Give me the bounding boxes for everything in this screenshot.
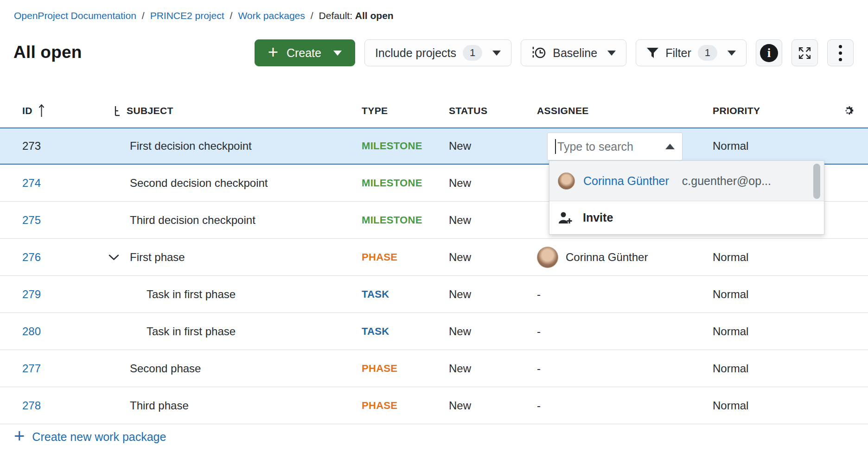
subject-cell[interactable]: Second phase xyxy=(102,362,362,375)
type-cell[interactable]: TASK xyxy=(362,288,449,300)
priority-cell[interactable]: Normal xyxy=(713,140,829,153)
work-packages-page: OpenProject Documentation / PRINCE2 proj… xyxy=(0,0,868,459)
status-cell[interactable]: New xyxy=(449,177,537,190)
work-package-id-link[interactable]: 274 xyxy=(22,177,41,189)
funnel-icon xyxy=(646,47,659,59)
table-row-278[interactable]: 278 Third phase PHASE New - Normal xyxy=(0,387,868,424)
breadcrumb-link-project[interactable]: PRINCE2 project xyxy=(150,10,224,21)
table-row-277[interactable]: 277 Second phase PHASE New - Normal xyxy=(0,350,868,387)
priority-cell[interactable]: Normal xyxy=(713,288,829,301)
column-header-status[interactable]: STATUS xyxy=(449,105,537,116)
status-cell[interactable]: New xyxy=(449,325,537,338)
subject-cell[interactable]: Task in first phase xyxy=(102,325,362,338)
table-row-276[interactable]: 276 First phase PHASE New Corinna Günthe… xyxy=(0,239,868,276)
status-cell[interactable]: New xyxy=(449,251,537,264)
gear-icon xyxy=(842,105,855,117)
work-package-id-link[interactable]: 275 xyxy=(22,214,41,226)
work-package-id-link[interactable]: 279 xyxy=(22,288,41,300)
assignee-cell[interactable]: Corinna Günther xyxy=(537,247,713,268)
avatar xyxy=(558,172,575,190)
invite-option[interactable]: Invite xyxy=(549,201,824,234)
chevron-down-icon xyxy=(492,51,501,56)
type-cell[interactable]: PHASE xyxy=(362,363,449,375)
create-new-work-package-link[interactable]: + Create new work package xyxy=(14,429,166,445)
chevron-down-icon xyxy=(333,51,342,56)
subject-cell[interactable]: Third decision checkpoint xyxy=(102,214,362,227)
include-projects-button[interactable]: Include projects 1 xyxy=(364,39,511,66)
work-package-id-link[interactable]: 277 xyxy=(22,362,41,375)
type-cell[interactable]: PHASE xyxy=(362,400,449,412)
assignee-cell[interactable]: - xyxy=(537,325,713,338)
chevron-down-icon xyxy=(728,51,736,56)
hierarchy-icon xyxy=(114,105,122,116)
info-button[interactable]: i xyxy=(756,39,782,66)
column-header-subject[interactable]: SUBJECT xyxy=(102,105,362,116)
create-button[interactable]: + Create xyxy=(255,39,355,66)
plus-icon: + xyxy=(14,427,25,445)
baseline-button[interactable]: Baseline xyxy=(521,39,626,66)
column-header-id[interactable]: ID xyxy=(0,103,102,119)
assignee-option-email: c.guenther@op... xyxy=(682,174,771,188)
assignee-search-input[interactable]: Type to search xyxy=(547,133,683,160)
breadcrumb-link-work-packages[interactable]: Work packages xyxy=(238,10,305,21)
status-cell[interactable]: New xyxy=(449,288,537,301)
sort-ascending-icon xyxy=(38,103,45,119)
column-header-priority[interactable]: PRIORITY xyxy=(713,105,829,116)
dropdown-scrollbar[interactable] xyxy=(813,164,820,199)
type-cell[interactable]: MILESTONE xyxy=(362,177,449,189)
collapse-children-chevron-icon[interactable] xyxy=(108,254,119,261)
baseline-clock-icon xyxy=(531,45,546,60)
chevron-down-icon xyxy=(607,51,616,56)
column-settings-button[interactable] xyxy=(829,105,868,117)
assignee-cell[interactable]: - xyxy=(537,399,713,412)
filter-button[interactable]: Filter 1 xyxy=(636,39,747,66)
breadcrumb-current: Default: All open xyxy=(319,10,394,21)
status-cell[interactable]: New xyxy=(449,362,537,375)
priority-cell[interactable]: Normal xyxy=(713,362,829,375)
fullscreen-button[interactable] xyxy=(791,39,818,66)
breadcrumb-separator: / xyxy=(311,10,313,21)
assignee-option-name: Corinna Günther xyxy=(583,174,669,188)
type-cell[interactable]: TASK xyxy=(362,325,449,338)
subject-cell[interactable]: Third phase xyxy=(102,399,362,412)
filter-label: Filter xyxy=(665,46,691,60)
assignee-search-placeholder: Type to search xyxy=(557,140,633,153)
more-options-button[interactable] xyxy=(827,39,854,66)
assignee-cell[interactable]: - xyxy=(537,362,713,375)
status-cell[interactable]: New xyxy=(449,214,537,227)
breadcrumb-separator: / xyxy=(142,10,145,21)
work-package-id-link[interactable]: 276 xyxy=(22,251,41,263)
expand-arrows-icon xyxy=(798,46,812,60)
status-cell[interactable]: New xyxy=(449,140,537,153)
type-cell[interactable]: MILESTONE xyxy=(362,214,449,226)
work-package-id-link[interactable]: 278 xyxy=(22,399,41,412)
subject-cell[interactable]: Task in first phase xyxy=(102,288,362,301)
table-row-280[interactable]: 280 Task in first phase TASK New - Norma… xyxy=(0,313,868,350)
column-header-type[interactable]: TYPE xyxy=(362,105,449,116)
assignee-cell[interactable]: - xyxy=(537,288,713,301)
filter-count-badge: 1 xyxy=(698,45,717,61)
assignee-name: Corinna Günther xyxy=(566,251,648,264)
subject-cell[interactable]: Second decision checkpoint xyxy=(102,177,362,190)
subject-cell[interactable]: First decision checkpoint xyxy=(102,140,362,153)
triangle-up-icon[interactable] xyxy=(665,144,675,149)
status-cell[interactable]: New xyxy=(449,399,537,412)
subject-cell[interactable]: First phase xyxy=(102,251,362,264)
breadcrumb-link-documentation[interactable]: OpenProject Documentation xyxy=(14,10,136,21)
table-row-273[interactable]: 273 First decision checkpoint MILESTONE … xyxy=(0,128,868,165)
priority-cell[interactable]: Normal xyxy=(713,399,829,412)
breadcrumb: OpenProject Documentation / PRINCE2 proj… xyxy=(14,10,394,21)
priority-cell[interactable]: Normal xyxy=(713,325,829,338)
work-package-id-link[interactable]: 280 xyxy=(22,325,41,338)
info-circle-icon: i xyxy=(760,44,778,62)
assignee-option-corinna[interactable]: Corinna Günther c.guenther@op... xyxy=(549,161,824,201)
kebab-vertical-icon xyxy=(839,45,842,61)
type-cell[interactable]: MILESTONE xyxy=(362,140,449,152)
table-row-279[interactable]: 279 Task in first phase TASK New - Norma… xyxy=(0,276,868,313)
priority-cell[interactable]: Normal xyxy=(713,251,829,264)
plus-icon: + xyxy=(268,43,278,61)
avatar xyxy=(537,247,558,268)
breadcrumb-separator: / xyxy=(230,10,233,21)
column-header-assignee[interactable]: ASSIGNEE xyxy=(537,105,713,116)
type-cell[interactable]: PHASE xyxy=(362,251,449,263)
